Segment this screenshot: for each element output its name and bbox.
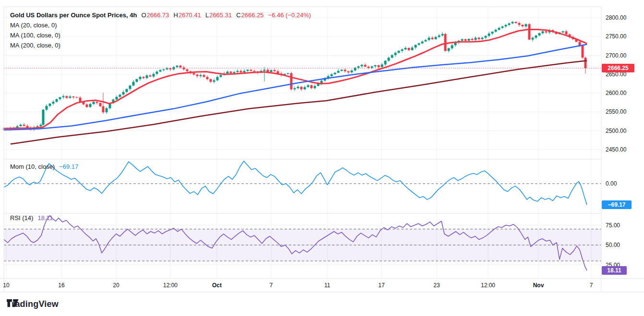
time-tick-label: 11: [324, 282, 330, 288]
tradingview-logo[interactable]: TradingView: [7, 299, 59, 309]
time-tick-label: 7: [590, 282, 593, 288]
ma100-line: [4, 45, 586, 130]
price-tick-label: 50.00: [606, 242, 620, 248]
price-tick-label: 2550.00: [606, 109, 626, 115]
rsi-value-badge: 18.11: [602, 266, 627, 275]
rsi-value: 18.11: [37, 214, 53, 222]
rsi-legend[interactable]: RSI (14) 18.11: [10, 214, 53, 222]
price-tick-label: 2450.00: [606, 147, 626, 152]
price-tick-label: 75.00: [606, 222, 620, 228]
time-tick-label: Oct: [212, 282, 222, 288]
price-change: −6.46 (−0.24%): [268, 12, 311, 19]
ma20-legend[interactable]: MA (20, close, 0): [10, 22, 57, 29]
ma100-legend[interactable]: MA (100, close, 0): [10, 32, 60, 39]
ohlc-open: O2666.73: [141, 12, 169, 19]
time-tick-label: 12:00: [163, 282, 178, 288]
time-tick-label: 23: [433, 282, 440, 288]
symbol-title: Gold US Dollars per Ounce Spot Prices, 4…: [10, 12, 137, 19]
chart-widget: Gold US Dollars per Ounce Spot Prices, 4…: [0, 0, 644, 316]
price-tick-label: 2600.00: [606, 90, 626, 96]
price-tick-label: 2800.00: [606, 15, 626, 21]
momentum-value-badge: −69.17: [602, 200, 632, 209]
price-tick-label: 0.00: [606, 181, 617, 187]
ma200-legend[interactable]: MA (200, close, 0): [10, 42, 60, 49]
ohlc-high: H2670.41: [174, 12, 201, 19]
time-tick-label: Nov: [533, 282, 544, 288]
price-tick-label: 2750.00: [606, 34, 626, 39]
last-price-badge: 2666.25: [602, 64, 634, 72]
time-tick-label: 16: [58, 282, 64, 288]
momentum-line: [4, 161, 587, 205]
ma20-line: [4, 29, 586, 129]
momentum-value: −69.17: [59, 163, 78, 170]
tradingview-logo-icon: [7, 299, 19, 307]
ohlc-close: C2666.25: [236, 12, 263, 19]
price-tick-label: 2500.00: [606, 128, 626, 134]
symbol-legend[interactable]: Gold US Dollars per Ounce Spot Prices, 4…: [10, 12, 311, 19]
moving-averages: [4, 29, 586, 144]
momentum-legend[interactable]: Mom (10, close) −69.17: [10, 163, 78, 170]
price-tick-label: 2700.00: [606, 53, 626, 59]
time-tick-label: 12:00: [481, 282, 495, 288]
time-tick-label: 20: [113, 282, 119, 288]
time-tick-label: 10: [3, 282, 9, 288]
ohlc-low: L2665.31: [205, 12, 232, 19]
momentum-plot: [4, 161, 587, 205]
time-tick-label: 7: [270, 282, 273, 288]
chart-canvas[interactable]: [0, 0, 644, 316]
time-tick-label: 17: [378, 282, 384, 288]
